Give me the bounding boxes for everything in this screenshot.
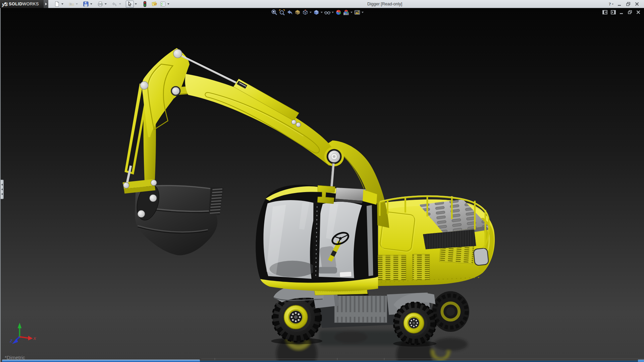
zoom-to-fit-button[interactable]: [270, 9, 278, 16]
doc-minimize-icon: [619, 10, 624, 14]
traffic-light-icon: [142, 1, 148, 7]
rear-side-window[interactable]: [473, 248, 489, 266]
new-dropdown[interactable]: [60, 1, 64, 7]
rebuild-button[interactable]: [142, 1, 148, 7]
print-button[interactable]: [97, 1, 104, 7]
cab-lamp: [339, 272, 352, 277]
previous-view-button[interactable]: [286, 9, 293, 16]
doc-restore-icon: [628, 10, 632, 14]
zoom-to-area-button[interactable]: [278, 9, 286, 16]
apply-scene-button[interactable]: [342, 9, 350, 16]
doc-restore-button[interactable]: [627, 9, 633, 15]
doc-close-icon: [636, 10, 641, 14]
doc-close-button[interactable]: [635, 9, 641, 15]
zoom-to-area-icon: [279, 9, 285, 16]
main-toolbar: [54, 0, 174, 8]
taskbar-edge-cap[interactable]: [638, 360, 644, 362]
right-pane-icon: [611, 10, 616, 14]
collapsed-feature-manager-tab[interactable]: [1, 180, 4, 199]
note-pencil-icon: [151, 1, 157, 7]
show-right-pane-button[interactable]: [610, 9, 616, 15]
collapse-arrow-icon: [1, 188, 3, 190]
hide-show-items-dropdown[interactable]: [331, 9, 334, 16]
undo-arrow-icon: [112, 1, 118, 7]
minimize-icon: [617, 2, 622, 6]
view-settings-button[interactable]: [353, 9, 361, 16]
titlebar: ƴS SOLIDWORKS: [0, 0, 644, 8]
toolbar-flyout-expand-button[interactable]: [44, 0, 48, 8]
display-style-cube-icon: [313, 9, 320, 16]
open-dropdown[interactable]: [75, 1, 78, 7]
print-icon: [97, 1, 103, 7]
rear-wheel[interactable]: [394, 302, 436, 344]
heads-up-view-toolbar: [270, 9, 364, 16]
roof-vent: [335, 188, 366, 201]
status-divider: [337, 358, 337, 360]
doc-minimize-button[interactable]: [619, 9, 625, 15]
select-button[interactable]: [126, 1, 134, 8]
taskbar-edge-right: [200, 361, 638, 362]
status-divider: [384, 358, 384, 360]
zoom-to-fit-icon: [271, 9, 278, 16]
appearance-sphere-icon: [335, 9, 342, 16]
apply-scene-dropdown[interactable]: [350, 9, 353, 16]
edit-appearance-button[interactable]: [334, 9, 342, 16]
view-orientation-button[interactable]: [301, 9, 309, 16]
file-properties-button[interactable]: [151, 1, 158, 7]
undo-button[interactable]: [111, 1, 118, 7]
apply-scene-icon: [343, 9, 350, 16]
titlebar-controls: ?: [608, 0, 640, 8]
document-window-controls: [602, 9, 641, 15]
collapse-arrow-icon: [1, 193, 3, 195]
restore-icon: [626, 2, 631, 6]
section-view-button[interactable]: [293, 9, 301, 16]
options-checklist-icon: [160, 1, 166, 7]
open-folder-icon: [68, 1, 74, 7]
view-settings-icon: [354, 9, 361, 16]
hide-show-items-button[interactable]: [323, 9, 331, 16]
stick-arm[interactable]: [185, 74, 334, 166]
previous-view-icon: [286, 9, 293, 16]
show-left-pane-button[interactable]: [602, 9, 608, 15]
solidworks-logo-mark-icon: ƴS: [2, 1, 7, 7]
solidworks-logo-text: SOLIDWORKS: [9, 2, 39, 6]
reference-triad[interactable]: X Z: [9, 323, 36, 344]
minimize-button[interactable]: [616, 1, 623, 7]
restore-button[interactable]: [625, 1, 631, 7]
section-view-icon: [294, 9, 301, 16]
far-rear-wheel[interactable]: [432, 291, 469, 332]
status-divider: [215, 358, 215, 360]
left-pane-icon: [602, 10, 607, 14]
display-style-button[interactable]: [312, 9, 320, 16]
open-button[interactable]: [68, 1, 75, 7]
bucket-teeth: [209, 187, 224, 215]
digger-model-render[interactable]: X Z: [0, 8, 644, 362]
view-settings-dropdown[interactable]: [361, 9, 364, 16]
save-dropdown[interactable]: [89, 1, 93, 7]
window-title: Digger [Read-only]: [367, 0, 402, 8]
taskbar-edge-left[interactable]: [2, 360, 200, 362]
save-floppy-icon: [83, 1, 89, 7]
select-dropdown[interactable]: [134, 1, 138, 7]
help-icon: ?: [608, 1, 614, 7]
view-orientation-cube-icon: [302, 9, 309, 16]
close-icon: [635, 2, 639, 6]
collapse-arrow-icon: [1, 184, 3, 186]
undo-dropdown[interactable]: [118, 1, 122, 7]
new-button[interactable]: [54, 1, 60, 7]
boom-stick-elbow[interactable]: [324, 147, 344, 188]
print-dropdown[interactable]: [104, 1, 107, 7]
solidworks-logo: ƴS SOLIDWORKS: [0, 0, 44, 8]
display-style-dropdown[interactable]: [320, 9, 323, 16]
options-dropdown[interactable]: [166, 1, 170, 7]
save-button[interactable]: [83, 1, 89, 7]
eyeglasses-icon: [324, 9, 331, 16]
select-cursor-icon: [127, 1, 132, 7]
triad-x-label: X: [33, 336, 37, 341]
view-orientation-dropdown[interactable]: [309, 9, 312, 16]
cab[interactable]: [256, 185, 378, 291]
new-document-icon: [54, 1, 60, 7]
options-button[interactable]: [160, 1, 166, 7]
help-button[interactable]: ?: [608, 1, 614, 7]
close-button[interactable]: [634, 1, 640, 7]
